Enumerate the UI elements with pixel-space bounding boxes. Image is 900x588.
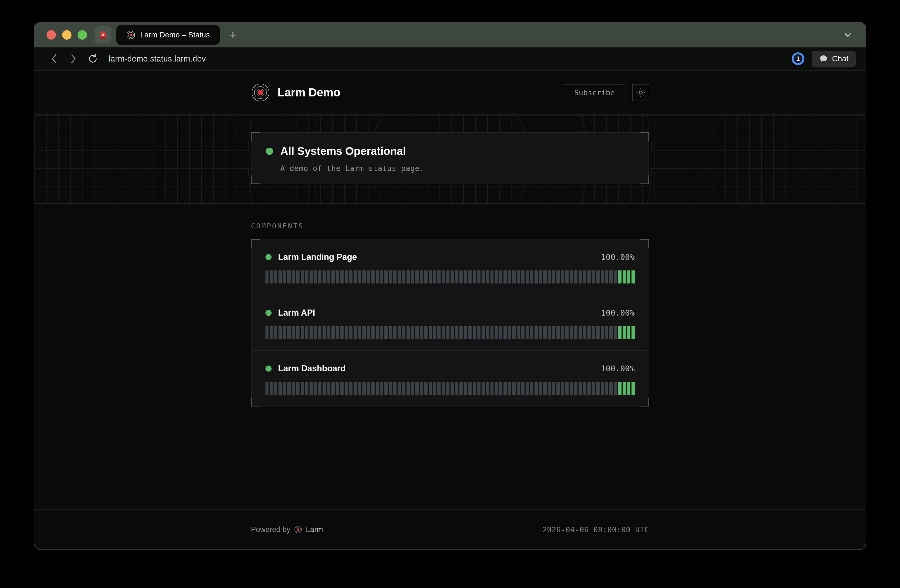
uptime-bar[interactable] bbox=[437, 326, 441, 339]
uptime-bar[interactable] bbox=[354, 270, 357, 284]
uptime-bar[interactable] bbox=[371, 270, 375, 284]
uptime-bar[interactable] bbox=[592, 382, 595, 395]
uptime-bar[interactable] bbox=[565, 382, 569, 395]
uptime-bar[interactable] bbox=[362, 326, 366, 339]
uptime-bar[interactable] bbox=[605, 270, 608, 284]
tab-overflow-button[interactable] bbox=[843, 30, 853, 40]
uptime-bar[interactable] bbox=[499, 382, 502, 395]
uptime-bar[interactable] bbox=[318, 270, 322, 284]
uptime-bar[interactable] bbox=[486, 326, 489, 339]
uptime-bar[interactable] bbox=[632, 382, 635, 395]
uptime-bar[interactable] bbox=[521, 326, 524, 339]
uptime-bar[interactable] bbox=[526, 270, 529, 284]
uptime-bar[interactable] bbox=[495, 270, 498, 284]
uptime-bar[interactable] bbox=[632, 270, 635, 284]
uptime-bar[interactable] bbox=[579, 382, 582, 395]
uptime-bar[interactable] bbox=[433, 270, 436, 284]
uptime-bar[interactable] bbox=[543, 382, 547, 395]
uptime-bar[interactable] bbox=[389, 326, 392, 339]
uptime-bar[interactable] bbox=[623, 326, 626, 339]
uptime-bar[interactable] bbox=[287, 382, 291, 395]
uptime-bar[interactable] bbox=[274, 326, 277, 339]
uptime-bar[interactable] bbox=[296, 326, 299, 339]
uptime-bar[interactable] bbox=[618, 326, 622, 339]
uptime-bar[interactable] bbox=[442, 326, 445, 339]
uptime-bar[interactable] bbox=[632, 326, 635, 339]
uptime-bar[interactable] bbox=[601, 326, 604, 339]
uptime-bar[interactable] bbox=[336, 270, 339, 284]
uptime-bar[interactable] bbox=[468, 270, 472, 284]
uptime-bar[interactable] bbox=[482, 382, 485, 395]
uptime-bar[interactable] bbox=[411, 270, 414, 284]
uptime-bar[interactable] bbox=[574, 270, 577, 284]
uptime-bar[interactable] bbox=[627, 382, 630, 395]
uptime-bar[interactable] bbox=[442, 270, 445, 284]
uptime-bar[interactable] bbox=[327, 270, 330, 284]
chat-button[interactable]: Chat bbox=[812, 51, 856, 67]
uptime-bar[interactable] bbox=[340, 382, 344, 395]
uptime-bar[interactable] bbox=[552, 382, 555, 395]
uptime-bar[interactable] bbox=[305, 270, 309, 284]
uptime-bar[interactable] bbox=[530, 270, 534, 284]
uptime-bar[interactable] bbox=[411, 326, 414, 339]
uptime-bar[interactable] bbox=[367, 270, 370, 284]
uptime-bar[interactable] bbox=[495, 382, 498, 395]
uptime-bar[interactable] bbox=[455, 270, 458, 284]
active-tab[interactable]: Larm Demo – Status bbox=[116, 25, 220, 45]
uptime-bar[interactable] bbox=[552, 326, 555, 339]
uptime-bar[interactable] bbox=[301, 326, 304, 339]
uptime-bar[interactable] bbox=[521, 270, 524, 284]
uptime-bar[interactable] bbox=[309, 326, 313, 339]
uptime-bar[interactable] bbox=[349, 382, 352, 395]
uptime-bar[interactable] bbox=[420, 326, 423, 339]
uptime-bar[interactable] bbox=[587, 326, 591, 339]
uptime-bar[interactable] bbox=[278, 382, 282, 395]
uptime-bar[interactable] bbox=[314, 382, 317, 395]
uptime-bar[interactable] bbox=[565, 270, 569, 284]
uptime-bar[interactable] bbox=[495, 326, 498, 339]
uptime-bar[interactable] bbox=[305, 326, 309, 339]
uptime-bar[interactable] bbox=[583, 326, 587, 339]
uptime-bar[interactable] bbox=[301, 382, 304, 395]
uptime-bar[interactable] bbox=[459, 382, 463, 395]
uptime-bar[interactable] bbox=[323, 270, 326, 284]
back-button[interactable] bbox=[44, 53, 64, 64]
uptime-bar[interactable] bbox=[517, 382, 520, 395]
uptime-bar[interactable] bbox=[309, 270, 313, 284]
uptime-bar[interactable] bbox=[407, 326, 410, 339]
uptime-bar[interactable] bbox=[380, 382, 383, 395]
uptime-bar[interactable] bbox=[398, 382, 401, 395]
uptime-bar[interactable] bbox=[459, 326, 463, 339]
uptime-bar[interactable] bbox=[278, 326, 282, 339]
uptime-bar[interactable] bbox=[402, 382, 405, 395]
uptime-bar[interactable] bbox=[477, 326, 481, 339]
uptime-bar[interactable] bbox=[464, 382, 467, 395]
uptime-bar[interactable] bbox=[327, 326, 330, 339]
uptime-bar[interactable] bbox=[301, 270, 304, 284]
uptime-bar[interactable] bbox=[477, 382, 481, 395]
uptime-bar[interactable] bbox=[336, 382, 339, 395]
uptime-bar[interactable] bbox=[380, 326, 383, 339]
uptime-bar[interactable] bbox=[548, 382, 551, 395]
uptime-bar[interactable] bbox=[287, 326, 291, 339]
uptime-bar[interactable] bbox=[468, 382, 472, 395]
uptime-bar[interactable] bbox=[393, 382, 397, 395]
forward-button[interactable] bbox=[64, 53, 83, 64]
uptime-bar[interactable] bbox=[424, 382, 428, 395]
uptime-bar[interactable] bbox=[424, 270, 428, 284]
uptime-bar[interactable] bbox=[490, 270, 494, 284]
uptime-bar[interactable] bbox=[371, 326, 375, 339]
password-manager-icon[interactable]: 1 bbox=[791, 52, 804, 65]
uptime-bar[interactable] bbox=[358, 326, 362, 339]
uptime-bar[interactable] bbox=[596, 382, 600, 395]
uptime-bar[interactable] bbox=[402, 270, 405, 284]
uptime-bar[interactable] bbox=[570, 270, 573, 284]
uptime-bar[interactable] bbox=[389, 382, 392, 395]
minimize-window-button[interactable] bbox=[62, 30, 71, 40]
uptime-bar[interactable] bbox=[587, 270, 591, 284]
uptime-bar[interactable] bbox=[455, 326, 458, 339]
subscribe-button[interactable]: Subscribe bbox=[563, 84, 625, 101]
theme-toggle-button[interactable] bbox=[632, 84, 649, 101]
uptime-bar[interactable] bbox=[565, 326, 569, 339]
uptime-bar[interactable] bbox=[393, 270, 397, 284]
